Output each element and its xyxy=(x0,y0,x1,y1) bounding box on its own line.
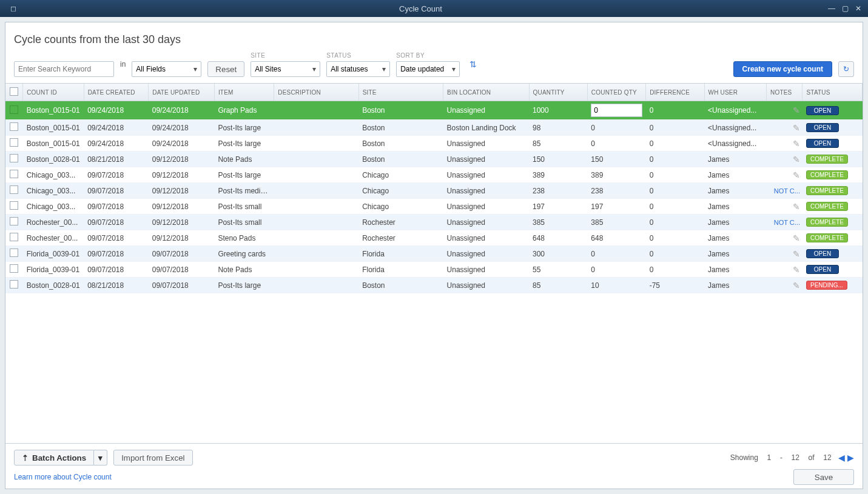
cell-checkbox xyxy=(5,230,23,246)
learn-more-link[interactable]: Learn more about Cycle count xyxy=(14,473,112,481)
batch-actions-label: Batch Actions xyxy=(32,453,86,462)
edit-notes-icon[interactable]: ✎ xyxy=(793,233,800,243)
refresh-button[interactable]: ↻ xyxy=(838,61,854,77)
notes-link[interactable]: NOT C... xyxy=(774,219,800,226)
cell-item: Greeting cards xyxy=(214,246,274,262)
col-date-created[interactable]: DATE CREATED xyxy=(84,84,149,101)
select-all-checkbox[interactable] xyxy=(10,87,18,96)
table-row[interactable]: Rochester_00...09/07/201809/12/2018Post-… xyxy=(5,215,863,230)
row-checkbox[interactable] xyxy=(10,105,18,114)
window-title: Cycle Count xyxy=(18,4,823,13)
cell-wh-user: James xyxy=(704,262,767,278)
showing-label: Showing xyxy=(730,453,758,462)
import-excel-button[interactable]: Import from Excel xyxy=(113,450,192,466)
prev-page-icon[interactable]: ◀ xyxy=(838,453,845,462)
sort-select[interactable]: Date updated ▾ xyxy=(396,61,460,77)
row-checkbox[interactable] xyxy=(10,233,18,241)
cell-date-updated: 09/07/2018 xyxy=(149,246,215,262)
table-row[interactable]: Boston_0015-0109/24/201809/24/2018Post-I… xyxy=(5,136,863,152)
cell-site: Boston xyxy=(358,120,443,136)
col-count-id[interactable]: COUNT ID xyxy=(23,84,84,101)
cell-wh-user: James xyxy=(704,183,767,199)
counted-qty-input[interactable] xyxy=(591,104,642,117)
status-badge: COMPLETE xyxy=(806,202,848,211)
maximize-icon[interactable]: ▢ xyxy=(840,4,850,13)
col-status[interactable]: STATUS xyxy=(802,84,863,101)
edit-notes-icon[interactable]: ✎ xyxy=(793,139,800,149)
col-notes[interactable]: NOTES xyxy=(767,84,802,101)
batch-actions-button-group[interactable]: ⇡ Batch Actions ▾ xyxy=(14,450,107,466)
close-icon[interactable]: ✕ xyxy=(853,4,863,13)
col-date-updated[interactable]: DATE UPDATED xyxy=(149,84,215,101)
reset-button[interactable]: Reset xyxy=(207,61,244,77)
row-checkbox[interactable] xyxy=(10,170,18,178)
status-select[interactable]: All statuses ▾ xyxy=(326,61,390,77)
cell-notes: ✎ xyxy=(767,167,802,183)
cell-count-id: Boston_0015-01 xyxy=(23,136,84,152)
table-row[interactable]: Florida_0039-0109/07/201809/07/2018Note … xyxy=(5,262,863,278)
col-bin-location[interactable]: BIN LOCATION xyxy=(443,84,529,101)
table-row[interactable]: Chicago_003...09/07/201809/12/2018Post-I… xyxy=(5,199,863,215)
cell-wh-user: James xyxy=(704,278,767,293)
edit-notes-icon[interactable]: ✎ xyxy=(793,155,800,164)
col-quantity[interactable]: QUANTITY xyxy=(529,84,587,101)
row-checkbox[interactable] xyxy=(10,185,18,194)
cell-checkbox xyxy=(5,262,23,278)
table-row[interactable]: Rochester_00...09/07/201809/12/2018Steno… xyxy=(5,230,863,246)
cell-description xyxy=(274,215,358,230)
fields-select[interactable]: All Fields ▾ xyxy=(132,61,201,77)
cell-item: Post-Its large xyxy=(214,278,274,293)
row-checkbox[interactable] xyxy=(10,217,18,225)
cell-counted-qty xyxy=(587,101,645,120)
cell-counted-qty: 197 xyxy=(587,199,645,215)
notes-link[interactable]: NOT C... xyxy=(774,187,800,195)
cell-date-created: 08/21/2018 xyxy=(84,152,149,167)
caret-down-icon: ▾ xyxy=(193,65,197,73)
popout-icon[interactable]: ◻ xyxy=(8,4,18,13)
row-checkbox[interactable] xyxy=(10,264,18,273)
batch-actions-dropdown[interactable]: ▾ xyxy=(94,450,107,466)
edit-notes-icon[interactable]: ✎ xyxy=(793,123,800,133)
edit-notes-icon[interactable]: ✎ xyxy=(793,202,800,212)
table-row[interactable]: Chicago_003...09/07/201809/12/2018Post-I… xyxy=(5,183,863,199)
col-description[interactable]: DESCRIPTION xyxy=(274,84,358,101)
row-checkbox[interactable] xyxy=(10,249,18,257)
table-row[interactable]: Boston_0015-0109/24/201809/24/2018Graph … xyxy=(5,101,863,120)
cell-site: Florida xyxy=(358,262,443,278)
table-row[interactable]: Florida_0039-0109/07/201809/07/2018Greet… xyxy=(5,246,863,262)
sort-label: SORT BY xyxy=(396,52,460,59)
row-checkbox[interactable] xyxy=(10,280,18,289)
save-button[interactable]: Save xyxy=(793,469,854,485)
batch-actions-button[interactable]: ⇡ Batch Actions xyxy=(14,450,94,466)
search-input[interactable] xyxy=(14,61,114,77)
table-row[interactable]: Chicago_003...09/07/201809/12/2018Post-I… xyxy=(5,167,863,183)
site-select[interactable]: All Sites ▾ xyxy=(251,61,320,77)
minimize-icon[interactable]: — xyxy=(827,4,836,13)
sort-direction-icon[interactable]: ⇅ xyxy=(466,59,477,70)
col-checkbox[interactable] xyxy=(5,84,23,101)
col-wh-user[interactable]: WH USER xyxy=(704,84,767,101)
row-checkbox[interactable] xyxy=(10,138,18,147)
edit-notes-icon[interactable]: ✎ xyxy=(793,105,800,115)
status-badge: OPEN xyxy=(806,139,839,148)
table-row[interactable]: Boston_0028-0108/21/201809/12/2018Note P… xyxy=(5,152,863,167)
col-site[interactable]: SITE xyxy=(358,84,443,101)
col-item[interactable]: ITEM xyxy=(214,84,274,101)
create-cycle-count-button[interactable]: Create new cycle count xyxy=(733,61,832,77)
cell-notes: NOT C... xyxy=(767,183,802,199)
edit-notes-icon[interactable]: ✎ xyxy=(793,249,800,259)
next-page-icon[interactable]: ▶ xyxy=(847,453,854,462)
table-row[interactable]: Boston_0015-0109/24/201809/24/2018Post-I… xyxy=(5,120,863,136)
table-row[interactable]: Boston_0028-0108/21/201809/07/2018Post-I… xyxy=(5,278,863,293)
cell-counted-qty: 150 xyxy=(587,152,645,167)
row-checkbox[interactable] xyxy=(10,154,18,162)
col-difference[interactable]: DIFFERENCE xyxy=(646,84,704,101)
row-checkbox[interactable] xyxy=(10,122,18,131)
row-checkbox[interactable] xyxy=(10,201,18,210)
cell-difference: 0 xyxy=(646,183,704,199)
edit-notes-icon[interactable]: ✎ xyxy=(793,281,800,290)
edit-notes-icon[interactable]: ✎ xyxy=(793,170,800,180)
edit-notes-icon[interactable]: ✎ xyxy=(793,265,800,275)
status-badge: OPEN xyxy=(806,265,839,274)
col-counted-qty[interactable]: COUNTED QTY xyxy=(587,84,645,101)
